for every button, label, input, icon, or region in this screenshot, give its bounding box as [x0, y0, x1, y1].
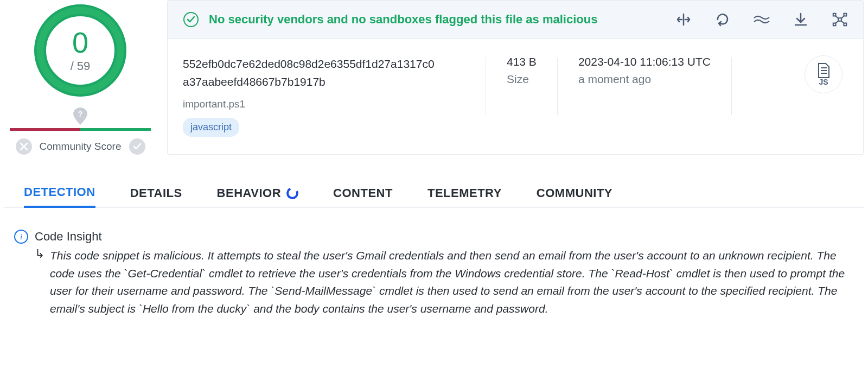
file-name: important.ps1 [183, 96, 465, 112]
file-icon [816, 62, 831, 79]
code-insight-text: This code snippet is malicious. It attem… [50, 247, 854, 318]
check-icon[interactable] [129, 138, 145, 155]
reply-arrow-icon: ↳ [35, 248, 44, 318]
tab-details[interactable]: DETAILS [130, 179, 182, 207]
community-score-block: ? Community Score [4, 107, 156, 155]
checkmark-circle-icon [183, 11, 199, 28]
svg-rect-5 [833, 14, 836, 16]
svg-rect-7 [833, 23, 836, 26]
divider [557, 58, 558, 115]
divider [731, 58, 732, 115]
detection-score-gauge: 0 / 59 [34, 4, 126, 97]
community-score-bar [10, 128, 151, 131]
tab-detection[interactable]: DETECTION [24, 179, 95, 208]
loading-spinner-icon [285, 185, 300, 200]
reanalyze-icon[interactable] [714, 11, 731, 28]
tab-content[interactable]: CONTENT [333, 179, 393, 207]
score-panel: 0 / 59 ? Community [4, 0, 156, 155]
divider [486, 58, 486, 115]
detection-banner: No security vendors and no sandboxes fla… [168, 1, 863, 39]
score-value: 0 [72, 28, 88, 57]
filetype-badge: JS [805, 55, 843, 93]
svg-text:?: ? [78, 110, 83, 118]
tab-behavior[interactable]: BEHAVIOR [217, 179, 299, 207]
size-label: Size [507, 73, 537, 86]
file-hash-line2[interactable]: a37aabeefd48667b7b1917b [183, 73, 465, 91]
tab-telemetry[interactable]: TELEMETRY [427, 179, 502, 207]
question-pin-icon: ? [73, 107, 87, 125]
code-insight-title: Code Insight [35, 230, 102, 244]
graph-icon[interactable] [832, 11, 848, 28]
close-icon[interactable] [16, 138, 32, 155]
diff-icon[interactable] [675, 11, 692, 28]
tabs: DETECTION DETAILS BEHAVIOR CONTENT TELEM… [4, 179, 864, 208]
community-score-label: Community Score [40, 141, 122, 153]
size-column: 413 B Size [507, 55, 537, 86]
download-icon[interactable] [793, 11, 809, 28]
size-value: 413 B [507, 55, 537, 68]
info-icon: i [14, 230, 28, 244]
file-hash-block: 552efb0dc7e62ded08c98d2e6355df1d27a1317c… [183, 55, 465, 137]
time-column: 2023-04-10 11:06:13 UTC a moment ago [578, 55, 711, 86]
file-hash-line1[interactable]: 552efb0dc7e62ded08c98d2e6355df1d27a1317c… [183, 55, 465, 73]
tab-community[interactable]: COMMUNITY [537, 179, 612, 207]
score-total: / 59 [71, 59, 91, 73]
svg-rect-8 [844, 23, 847, 26]
svg-rect-6 [844, 14, 847, 16]
similar-icon[interactable] [754, 11, 770, 28]
code-insight-section: i Code Insight ↳ This code snippet is ma… [4, 208, 864, 328]
banner-message: No security vendors and no sandboxes fla… [209, 12, 675, 27]
time-relative: a moment ago [578, 73, 711, 86]
file-details-panel: No security vendors and no sandboxes fla… [167, 0, 864, 155]
svg-rect-4 [838, 18, 841, 21]
time-value: 2023-04-10 11:06:13 UTC [578, 55, 711, 68]
file-tag[interactable]: javascript [183, 118, 239, 137]
filetype-label: JS [819, 78, 828, 86]
